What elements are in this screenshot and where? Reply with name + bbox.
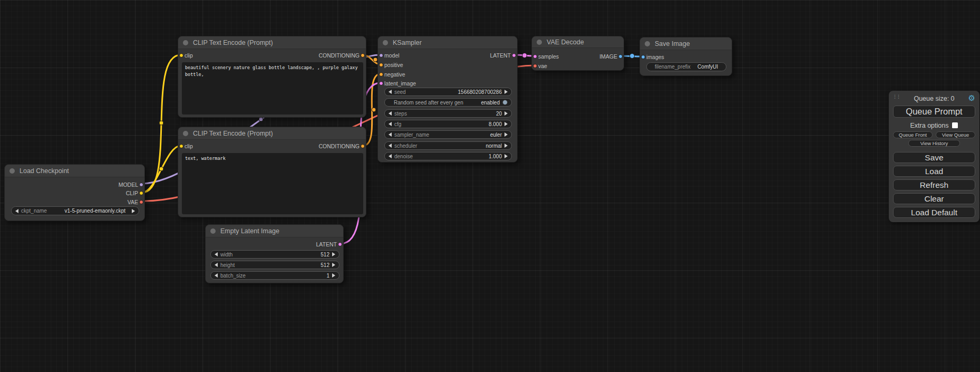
queue-front-button[interactable]: Queue Front [893, 131, 933, 138]
random-seed-widget[interactable]: Random seed after every gen enabled [384, 98, 512, 107]
collapse-dot-icon[interactable] [537, 40, 542, 45]
collapse-dot-icon[interactable] [9, 168, 15, 174]
ckpt-name-widget[interactable]: ckpt_name v1-5-pruned-emaonly.ckpt [11, 206, 139, 215]
collapse-dot-icon[interactable] [645, 41, 650, 46]
next-value-icon[interactable] [332, 252, 335, 256]
toggle-icon[interactable] [502, 100, 508, 105]
output-slot-clip[interactable] [139, 191, 143, 195]
widget-value: ComfyUI [697, 64, 718, 70]
widget-name: ckpt_name [21, 208, 47, 214]
node-empty-latent-image[interactable]: Empty Latent Image LATENT width 512 heig… [205, 224, 344, 283]
denoise-widget[interactable]: denoise 1.000 [384, 152, 512, 160]
next-value-icon[interactable] [332, 263, 335, 267]
prev-value-icon[interactable] [15, 209, 18, 213]
node-save-image-header[interactable]: Save Image [640, 37, 732, 50]
prompt-text-area[interactable]: text, watermark [182, 153, 363, 214]
input-slot-latent-image[interactable] [379, 81, 383, 85]
node-ksampler-header[interactable]: KSampler [378, 36, 517, 49]
input-slot-positive[interactable] [379, 63, 383, 67]
node-empty-latent-header[interactable]: Empty Latent Image [206, 225, 343, 237]
input-slot-samples[interactable] [533, 54, 537, 59]
prev-value-icon[interactable] [215, 273, 218, 278]
load-default-button[interactable]: Load Default [893, 207, 975, 218]
node-vae-decode-header[interactable]: VAE Decode [532, 36, 624, 48]
prev-value-icon[interactable] [389, 154, 392, 158]
node-load-checkpoint[interactable]: Load Checkpoint MODEL CLIP VAE ckpt_name… [4, 164, 145, 221]
node-save-image[interactable]: Save Image images filename_prefix ComfyU… [639, 37, 732, 76]
collapse-dot-icon[interactable] [383, 40, 388, 45]
link-dot [259, 117, 263, 121]
output-slot-conditioning[interactable] [361, 53, 365, 58]
next-value-icon[interactable] [504, 90, 508, 94]
prev-value-icon[interactable] [389, 132, 392, 137]
node-graph-canvas[interactable]: Load Checkpoint MODEL CLIP VAE ckpt_name… [0, 0, 980, 372]
output-slot-conditioning[interactable] [361, 144, 365, 148]
input-slot-negative[interactable] [379, 72, 383, 77]
view-history-button[interactable]: View History [908, 140, 960, 147]
node-title: Empty Latent Image [220, 227, 279, 235]
link-dot [522, 53, 527, 58]
node-clip2-header[interactable]: CLIP Text Encode (Prompt) [178, 127, 366, 140]
settings-gear-icon[interactable]: ⚙ [968, 94, 975, 102]
input-slot-clip[interactable] [179, 53, 183, 58]
node-vae-decode[interactable]: VAE Decode samples vae IMAGE [531, 36, 624, 71]
input-slot-model[interactable] [379, 53, 383, 58]
next-value-icon[interactable] [504, 154, 508, 158]
next-value-icon[interactable] [504, 144, 508, 148]
node-ksampler[interactable]: KSampler model positive negative latent_… [377, 36, 518, 163]
cfg-widget[interactable]: cfg 8.000 [384, 120, 512, 128]
next-value-icon[interactable] [332, 273, 335, 278]
load-button[interactable]: Load [893, 166, 975, 177]
next-value-icon[interactable] [132, 209, 135, 213]
seed-widget[interactable]: seed 156680208700286 [384, 88, 512, 96]
input-slot-clip[interactable] [179, 144, 183, 148]
view-queue-button[interactable]: View Queue [936, 131, 975, 138]
collapse-dot-icon[interactable] [183, 131, 188, 136]
clear-button[interactable]: Clear [893, 193, 975, 204]
save-button[interactable]: Save [893, 152, 975, 163]
prev-value-icon[interactable] [389, 144, 392, 148]
widget-value: 1.000 [489, 154, 502, 159]
queue-panel[interactable]: ⋮⋮ Queue size: 0 ⚙ Queue Prompt Extra op… [889, 91, 979, 222]
widget-name: steps [394, 111, 407, 117]
width-widget[interactable]: width 512 [210, 250, 339, 259]
collapse-dot-icon[interactable] [210, 228, 216, 234]
next-value-icon[interactable] [504, 132, 508, 137]
drag-handle-icon[interactable]: ⋮⋮ [892, 94, 900, 99]
output-slot-vae[interactable] [139, 200, 143, 204]
prev-value-icon[interactable] [215, 252, 218, 256]
widget-name: cfg [394, 121, 401, 127]
batch-size-widget[interactable]: batch_size 1 [210, 271, 339, 280]
node-clip-text-encode-2[interactable]: CLIP Text Encode (Prompt) clip CONDITION… [178, 127, 366, 217]
steps-widget[interactable]: steps 20 [384, 109, 512, 118]
prev-value-icon[interactable] [389, 122, 392, 126]
prompt-text-area[interactable]: beautiful scenery nature glass bottle la… [182, 62, 363, 115]
refresh-button[interactable]: Refresh [893, 179, 975, 190]
next-value-icon[interactable] [504, 122, 508, 126]
node-load-checkpoint-header[interactable]: Load Checkpoint [5, 165, 144, 177]
queue-prompt-button[interactable]: Queue Prompt [893, 106, 975, 118]
extra-options-label: Extra options [910, 122, 949, 129]
output-slot-image[interactable] [618, 54, 623, 59]
widget-name: seed [394, 89, 406, 95]
output-slot-model[interactable] [139, 183, 143, 187]
widget-value: 512 [321, 252, 329, 257]
output-slot-latent[interactable] [338, 242, 342, 246]
node-clip1-header[interactable]: CLIP Text Encode (Prompt) [178, 36, 366, 49]
output-slot-latent[interactable] [512, 53, 516, 58]
height-widget[interactable]: height 512 [210, 261, 339, 269]
collapse-dot-icon[interactable] [183, 40, 188, 45]
input-slot-images[interactable] [641, 55, 645, 59]
link-dot [372, 108, 376, 112]
input-label-negative: negative [384, 71, 405, 78]
next-value-icon[interactable] [504, 111, 508, 116]
sampler-name-widget[interactable]: sampler_name euler [384, 130, 512, 139]
prev-value-icon[interactable] [389, 90, 392, 94]
prev-value-icon[interactable] [215, 263, 218, 267]
scheduler-widget[interactable]: scheduler normal [384, 141, 512, 150]
prev-value-icon[interactable] [389, 111, 392, 116]
input-slot-vae[interactable] [533, 64, 537, 68]
extra-options-checkbox[interactable] [952, 122, 958, 128]
filename-prefix-widget[interactable]: filename_prefix ComfyUI [646, 62, 726, 71]
node-clip-text-encode-1[interactable]: CLIP Text Encode (Prompt) clip CONDITION… [178, 36, 366, 118]
